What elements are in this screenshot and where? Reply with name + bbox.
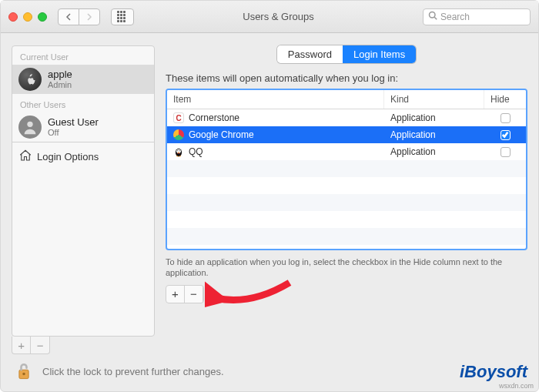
lock-row[interactable]: Click the lock to prevent further change… [13,360,224,382]
svg-point-9 [179,156,181,156]
main-panel: Password Login Items These items will op… [166,45,527,354]
site-label: wsxdn.com [499,382,534,390]
add-user-button[interactable]: + [12,337,31,353]
hint-text: To hide an application when you log in, … [166,256,527,279]
hide-checkbox[interactable] [500,130,511,140]
col-item[interactable]: Item [167,90,384,109]
table-row[interactable]: QQ Application [167,143,526,160]
col-kind[interactable]: Kind [384,90,484,109]
table-row[interactable]: CCornerstone Application [167,109,526,126]
item-kind: Application [384,129,484,140]
table-row [167,245,526,250]
search-input[interactable]: Search [423,8,531,25]
titlebar: Users & Groups Search [1,1,538,33]
traffic-lights [8,12,47,22]
user-name: Guest User [48,117,99,128]
search-placeholder: Search [440,12,470,22]
table-row[interactable]: Google Chrome Application [167,126,526,143]
col-hide[interactable]: Hide [484,90,526,109]
home-icon [18,149,32,165]
minimize-window-button[interactable] [23,12,32,22]
avatar [18,116,42,139]
user-role: Off [48,128,99,137]
svg-line-1 [434,17,437,19]
watermark: iiBoysoftBoysoft [460,362,527,382]
user-row-apple[interactable]: apple Admin [12,65,154,94]
avatar [18,68,42,91]
hide-checkbox[interactable] [500,113,511,123]
login-options-row[interactable]: Login Options [12,142,154,171]
window-title: Users & Groups [140,11,417,22]
table-row [167,211,526,228]
svg-point-5 [177,150,178,151]
section-other-users: Other Users [12,94,154,112]
hide-checkbox[interactable] [500,147,511,157]
back-button[interactable] [58,8,79,25]
lock-icon [13,360,35,382]
svg-point-2 [27,122,32,127]
user-list: Current User apple Admin Other Users [12,45,155,337]
tab-login-items[interactable]: Login Items [343,45,416,63]
show-all-button[interactable] [111,8,134,25]
nav-buttons [58,8,100,25]
login-options-label: Login Options [37,151,99,162]
svg-point-6 [179,150,180,151]
sidebar-footer: + − [12,337,50,354]
app-icon-qq [173,146,184,157]
svg-point-11 [22,373,25,376]
description: These items will open automatically when… [166,72,527,84]
item-name: Google Chrome [189,129,254,140]
forward-button[interactable] [79,8,100,25]
app-icon-chrome [173,129,184,140]
item-kind: Application [384,112,484,123]
table-row [167,160,526,177]
zoom-window-button[interactable] [38,12,47,22]
tab-password[interactable]: Password [277,45,343,63]
remove-item-button[interactable]: − [185,286,203,303]
user-role: Admin [48,80,72,89]
close-window-button[interactable] [8,12,18,22]
item-name: QQ [189,146,203,157]
svg-point-7 [178,152,179,152]
login-items-table: Item Kind Hide CCornerstone Application … [166,89,527,250]
table-row [167,228,526,245]
search-icon [428,11,437,22]
prefs-window: Users & Groups Search Current User apple… [0,0,539,392]
app-icon-cornerstone: C [173,112,184,123]
svg-point-8 [176,156,178,156]
add-item-button[interactable]: + [166,286,185,303]
annotation-arrow [205,275,297,321]
lock-text: Click the lock to prevent further change… [42,366,224,377]
sidebar: Current User apple Admin Other Users [12,45,155,354]
table-row [167,194,526,211]
section-current-user: Current User [12,46,154,65]
table-header: Item Kind Hide [167,90,526,109]
table-body: CCornerstone Application Google Chrome A… [167,109,526,250]
user-name: apple [48,69,72,80]
user-row-guest[interactable]: Guest User Off [12,112,154,142]
item-buttons-row: + − [166,285,204,303]
item-name: Cornerstone [189,112,239,123]
remove-user-button[interactable]: − [31,337,49,353]
svg-point-0 [430,12,436,18]
tabs: Password Login Items [166,45,527,63]
item-kind: Application [384,146,484,157]
table-row [167,177,526,194]
